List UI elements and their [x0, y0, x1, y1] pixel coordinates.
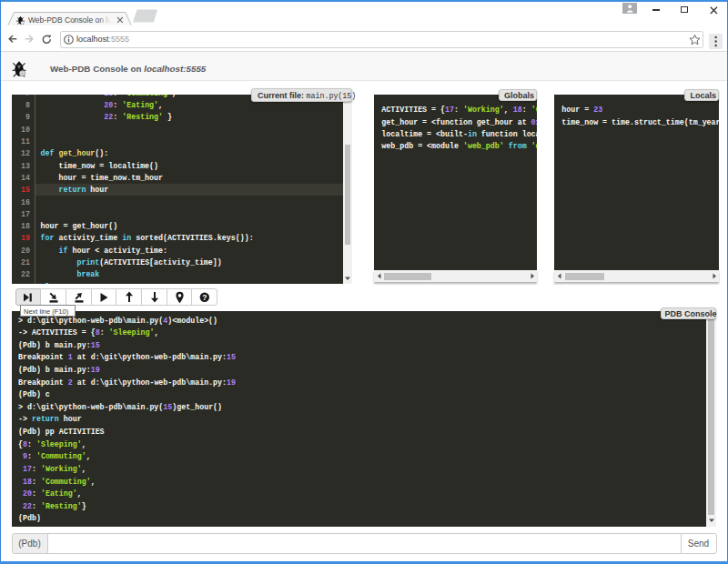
svg-text:?: ? [202, 292, 207, 301]
